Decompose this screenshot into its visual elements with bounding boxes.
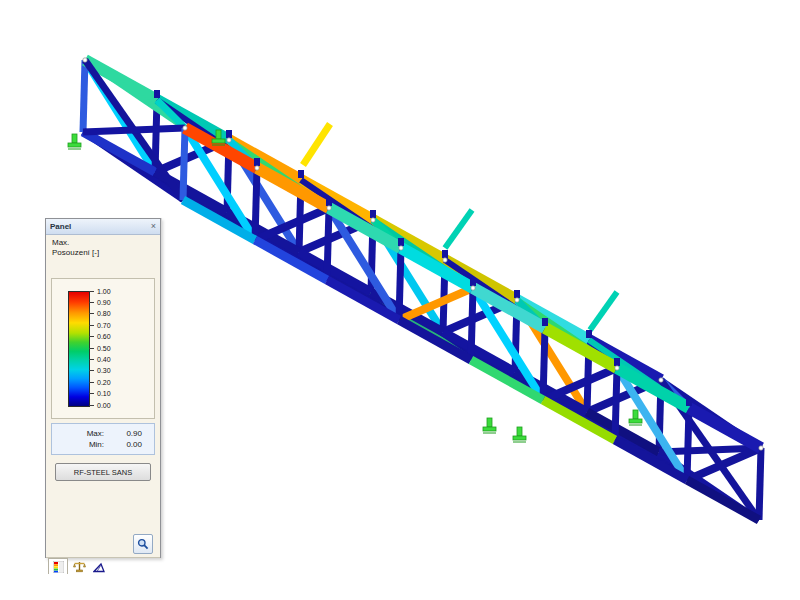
legend-colorbar xyxy=(68,291,90,407)
color-scale-icon xyxy=(53,561,64,573)
panel-title: Panel xyxy=(50,222,151,231)
stats-min-row: Min: 0.00 xyxy=(52,440,154,449)
legend-tick: 0.30 xyxy=(89,367,111,375)
rf-steel-sans-button[interactable]: RF-STEEL SANS xyxy=(55,463,151,481)
magnifier-icon xyxy=(137,538,149,550)
max-value: 0.90 xyxy=(104,429,142,438)
panel-titlebar[interactable]: Panel × xyxy=(46,219,160,235)
magnifier-button[interactable] xyxy=(133,534,153,554)
legend-box: 1.000.900.800.700.600.500.400.300.200.10… xyxy=(51,278,155,419)
panel-tab-bar xyxy=(46,557,160,574)
legend-tick: 0.70 xyxy=(89,321,111,329)
legend-tick: 0.50 xyxy=(89,344,111,352)
result-unit-label: Posouzení [-] xyxy=(46,247,160,257)
panel-body: Max. Posouzení [-] 1.000.900.800.700.600… xyxy=(46,235,160,557)
legend-tick: 0.90 xyxy=(89,298,111,306)
scales-icon xyxy=(73,561,86,573)
legend-tick: 0.10 xyxy=(89,390,111,398)
stats-max-row: Max: 0.90 xyxy=(52,429,154,438)
legend-tick: 0.60 xyxy=(89,333,111,341)
application-window: Panel × Max. Posouzení [-] 1.000.900.800… xyxy=(0,0,800,600)
legend-ticks: 1.000.900.800.700.600.500.400.300.200.10… xyxy=(89,291,149,405)
panel-window[interactable]: Panel × Max. Posouzení [-] 1.000.900.800… xyxy=(45,218,161,558)
legend-tick: 0.80 xyxy=(89,310,111,318)
max-label: Max: xyxy=(52,429,104,438)
legend-tick: 0.00 xyxy=(89,401,111,409)
min-label: Min: xyxy=(52,440,104,449)
result-type-label: Max. xyxy=(46,235,160,247)
close-icon[interactable]: × xyxy=(151,222,156,231)
truss-structure xyxy=(68,58,763,520)
legend-tick: 1.00 xyxy=(89,287,111,295)
legend-tick: 0.40 xyxy=(89,355,111,363)
legend-tick: 0.20 xyxy=(89,378,111,386)
tab-color-scale[interactable] xyxy=(48,558,68,574)
set-square-icon xyxy=(93,561,105,573)
min-value: 0.00 xyxy=(104,440,142,449)
tab-scales[interactable] xyxy=(70,559,88,574)
tab-set-square[interactable] xyxy=(90,559,108,574)
stats-box: Max: 0.90 Min: 0.00 xyxy=(51,423,155,455)
